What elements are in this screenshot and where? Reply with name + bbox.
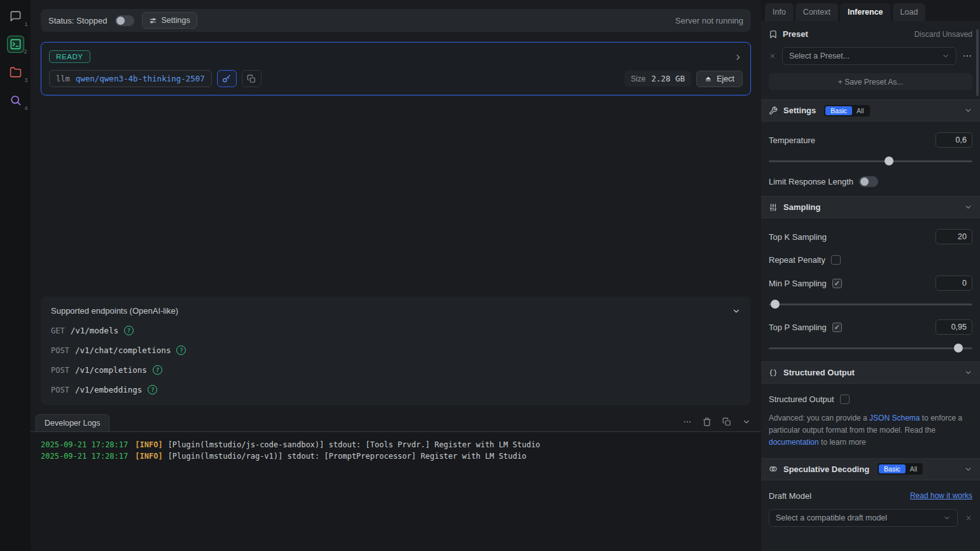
min-p-checkbox[interactable] [832, 279, 842, 288]
help-question-icon[interactable] [124, 326, 134, 335]
settings-all-option[interactable]: All [852, 106, 869, 115]
preset-section: Preset Discard Unsaved Select a Preset..… [761, 21, 980, 98]
settings-section-title: Settings [783, 106, 816, 115]
endpoint-path: /v1/chat/completions [75, 345, 171, 355]
slider-track [769, 160, 972, 162]
min-p-label: Min P Sampling [769, 279, 827, 288]
model-type-label: llm [56, 74, 70, 83]
eject-model-button[interactable]: Eject [696, 71, 743, 87]
tab-info[interactable]: Info [765, 3, 794, 21]
documentation-link[interactable]: documentation [769, 438, 819, 447]
chevron-down-icon [964, 203, 972, 211]
speculative-all-option[interactable]: All [906, 464, 922, 473]
close-icon [965, 514, 972, 522]
draft-model-label: Draft Model [769, 491, 811, 501]
structured-output-section-title: Structured Output [783, 368, 855, 377]
slider-thumb[interactable] [885, 157, 893, 165]
logs-actions [683, 417, 751, 431]
json-schema-link[interactable]: JSON Schema [869, 414, 920, 422]
limit-response-length-label: Limit Response Length [769, 177, 853, 186]
model-name: qwen/qwen3-4b-thinking-2507 [76, 74, 205, 83]
sidebar-item-discover[interactable]: 4 [7, 92, 24, 109]
collapse-structured-output-button[interactable] [964, 368, 972, 377]
sidebar-item-my-models[interactable]: 3 [7, 64, 24, 81]
api-key-button[interactable] [217, 70, 237, 87]
logs-more-button[interactable] [683, 417, 692, 426]
tab-context[interactable]: Context [795, 3, 838, 21]
discard-unsaved-button[interactable]: Discard Unsaved [914, 30, 972, 39]
shortcut-badge: 3 [24, 77, 27, 83]
read-how-it-works-link[interactable]: Read how it works [910, 491, 972, 500]
save-preset-as-button[interactable]: + Save Preset As... [769, 73, 972, 90]
structured-output-checkbox[interactable] [840, 394, 850, 404]
description-text: Advanced: you can provide a [769, 414, 869, 422]
help-question-icon[interactable] [148, 385, 157, 394]
clear-draft-model-button[interactable] [965, 514, 972, 522]
expand-model-panel-button[interactable] [734, 53, 743, 62]
speculative-basic-option[interactable]: Basic [879, 464, 906, 473]
endpoints-header[interactable]: Supported endpoints (OpenAI-like) [51, 306, 741, 316]
tab-inference[interactable]: Inference [840, 3, 891, 21]
help-question-icon[interactable] [153, 365, 162, 375]
sidebar-item-developer[interactable]: 2 [7, 36, 24, 53]
slider-thumb[interactable] [954, 344, 963, 352]
panel-scrollbar[interactable] [976, 29, 979, 96]
limit-response-length-toggle[interactable] [859, 176, 878, 187]
collapse-settings-button[interactable] [964, 106, 972, 115]
log-line: 2025-09-21 17:28:17 [INFO] [Plugin(lmstu… [41, 439, 751, 450]
trash-icon [703, 417, 711, 426]
copy-model-name-button[interactable] [242, 70, 262, 87]
structured-output-section-header[interactable]: Structured Output [761, 361, 980, 384]
repeat-penalty-row: Repeat Penalty [761, 255, 980, 265]
settings-basic-option[interactable]: Basic [825, 106, 852, 115]
preset-header: Preset Discard Unsaved [769, 29, 972, 39]
endpoint-method: POST [51, 346, 69, 355]
endpoint-row: GET /v1/models [51, 326, 741, 335]
chevron-right-icon [734, 53, 743, 62]
collapse-speculative-button[interactable] [964, 465, 972, 473]
server-topbar: Status: Stopped Settings Server not runn… [41, 9, 751, 32]
top-p-checkbox[interactable] [832, 323, 842, 332]
sidebar-item-chat[interactable]: 1 [7, 8, 24, 25]
endpoint-path: /v1/completions [75, 365, 147, 375]
copy-logs-button[interactable] [722, 417, 731, 426]
shortcut-badge: 4 [24, 105, 27, 111]
slider-thumb[interactable] [771, 300, 780, 309]
chevron-down-icon [964, 368, 972, 377]
clear-preset-button[interactable] [769, 52, 776, 60]
tab-load[interactable]: Load [893, 3, 926, 21]
structured-output-description: Advanced: you can provide a JSON Schema … [761, 412, 980, 449]
ready-status-badge: READY [49, 50, 90, 63]
collapse-logs-button[interactable] [742, 417, 751, 426]
log-message: [Plugin(lmstudio/rag-v1)] stdout: [Promp… [168, 450, 527, 462]
tab-developer-logs[interactable]: Developer Logs [36, 414, 109, 431]
temperature-input[interactable]: 0,6 [935, 132, 972, 148]
inference-config-panel: Info Context Inference Load Preset Disca… [761, 0, 980, 551]
top-k-input[interactable]: 20 [935, 229, 972, 244]
preset-menu-button[interactable] [962, 51, 972, 61]
clear-logs-button[interactable] [703, 417, 711, 426]
sampling-section-header[interactable]: Sampling [761, 196, 980, 218]
server-settings-button[interactable]: Settings [142, 12, 197, 29]
copy-icon [247, 74, 256, 83]
sliders-icon [769, 203, 778, 212]
min-p-input[interactable]: 0 [935, 276, 972, 291]
preset-select[interactable]: Select a Preset... [782, 47, 956, 65]
endpoint-row: POST /v1/chat/completions [51, 345, 741, 355]
collapse-sampling-button[interactable] [964, 203, 972, 211]
loaded-model-panel: READY llm qwen/qwen3-4b-thinking-2507 Si… [41, 42, 751, 95]
help-question-icon[interactable] [176, 345, 186, 355]
developer-logs-section: Developer Logs [31, 414, 761, 551]
folder-icon [10, 66, 22, 78]
endpoint-row: POST /v1/completions [51, 365, 741, 375]
server-not-running-text: Server not running [675, 16, 743, 25]
top-p-input[interactable]: 0,95 [935, 319, 972, 335]
top-k-row: Top K Sampling 20 [761, 229, 980, 244]
temperature-row: Temperature 0,6 [761, 132, 980, 148]
settings-section-header[interactable]: Settings Basic All [761, 99, 980, 122]
speculative-decoding-section-header[interactable]: Speculative Decoding Basic All [761, 458, 980, 480]
server-toggle[interactable] [115, 15, 134, 26]
repeat-penalty-checkbox[interactable] [831, 255, 841, 265]
draft-model-select[interactable]: Select a compatible draft model [769, 509, 958, 527]
model-identifier-pill[interactable]: llm qwen/qwen3-4b-thinking-2507 [49, 70, 212, 87]
